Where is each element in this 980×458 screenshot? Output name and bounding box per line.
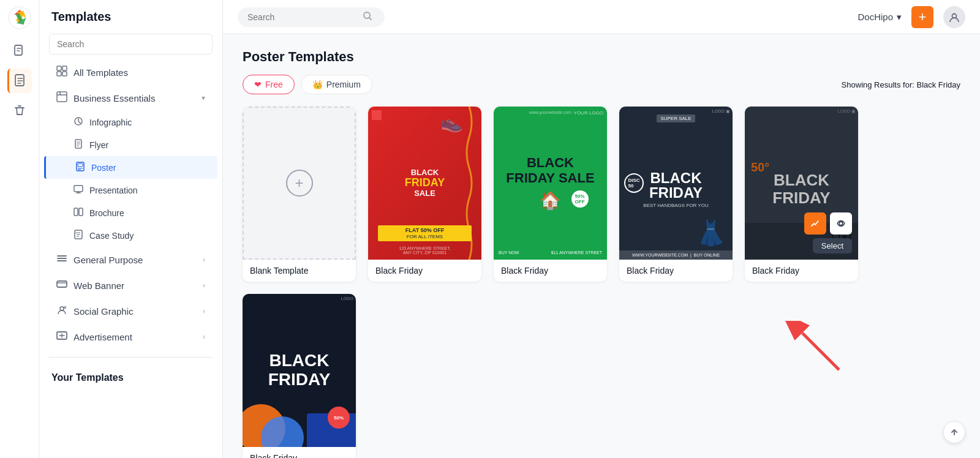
svg-rect-3 bbox=[57, 66, 61, 70]
bf1-address: 123 ANYWHERE STREET,ANY CITY, ZIP 010001 bbox=[368, 246, 481, 255]
presentation-label: Presentation bbox=[89, 186, 138, 195]
template-card-bf5[interactable]: LOGO BLACKFRIDAY 50% Bl bbox=[243, 294, 356, 458]
create-new-button[interactable]: + bbox=[911, 6, 933, 28]
sidebar: Templates All Templates Business Essenti… bbox=[39, 0, 223, 458]
sidebar-search-area bbox=[39, 29, 222, 59]
social-graphic-icon bbox=[56, 304, 67, 318]
bf1-title: BLACKFRIDAYSALE bbox=[400, 168, 450, 198]
overlay-actions-bf4 bbox=[804, 212, 852, 235]
general-purpose-label: General Purpose bbox=[74, 255, 143, 265]
nav-brochure[interactable]: Brochure bbox=[44, 201, 217, 224]
svg-rect-6 bbox=[62, 72, 67, 76]
template-thumb-bf5: LOGO BLACKFRIDAY 50% bbox=[243, 294, 356, 447]
nav-all-templates[interactable]: All Templates bbox=[44, 59, 217, 85]
infographic-label: Infographic bbox=[89, 118, 132, 127]
template-label-bf3: Black Friday bbox=[619, 260, 733, 282]
template-label-bf4: Black Friday bbox=[745, 260, 858, 282]
nav-advertisement[interactable]: Advertisement › bbox=[44, 324, 217, 350]
web-banner-icon bbox=[56, 279, 67, 292]
svg-rect-1 bbox=[15, 45, 22, 55]
infographic-icon bbox=[74, 116, 83, 128]
sidebar-title: Templates bbox=[39, 0, 222, 29]
bf1-offer: FLAT 50% OFFFOR ALL ITEMS bbox=[368, 225, 481, 241]
template-label-bf2: Black Friday bbox=[494, 260, 607, 282]
template-label-blank: Blank Template bbox=[243, 260, 356, 282]
nav-general-purpose[interactable]: General Purpose › bbox=[44, 247, 217, 272]
sidebar-item-trash[interactable] bbox=[7, 98, 32, 122]
your-templates-title: Your Templates bbox=[39, 365, 222, 387]
brochure-icon bbox=[74, 207, 83, 219]
dochipo-label: DocHipo bbox=[858, 12, 893, 22]
main-search-input[interactable] bbox=[247, 12, 358, 22]
user-profile-button[interactable] bbox=[943, 6, 965, 28]
preview-button-bf4[interactable] bbox=[830, 212, 852, 235]
search-bar bbox=[238, 7, 385, 27]
icon-bar bbox=[0, 0, 39, 458]
bf3-footer: WWW.YOURWEBSITE.COM | BUY ONLINE bbox=[619, 250, 733, 260]
filter-free-button[interactable]: ❤ Free bbox=[243, 75, 295, 94]
flyer-label: Flyer bbox=[89, 140, 108, 150]
top-bar-right: DocHipo ▾ + bbox=[858, 6, 965, 28]
all-templates-icon bbox=[56, 66, 67, 79]
sidebar-item-file[interactable] bbox=[7, 69, 32, 93]
top-bar: DocHipo ▾ + bbox=[223, 0, 980, 34]
bf5-badge: 50% bbox=[328, 407, 350, 429]
app-logo[interactable] bbox=[8, 6, 31, 29]
nav-case-study[interactable]: Case Study bbox=[44, 224, 217, 247]
svg-point-18 bbox=[64, 307, 66, 309]
bf3-title: BLACKFRIDAY BEST HANDBAGS FOR YOU bbox=[643, 171, 708, 208]
social-graphic-arrow: › bbox=[203, 307, 205, 315]
template-card-bf4[interactable]: LOGO ▣ BLACKFRIDAY 50° 🛍 bbox=[745, 107, 858, 282]
filter-buttons: ❤ Free 👑 Premium bbox=[243, 75, 372, 94]
web-banner-label: Web Banner bbox=[74, 280, 124, 291]
presentation-icon bbox=[74, 184, 83, 196]
svg-rect-16 bbox=[57, 281, 67, 287]
bf3-supersale: SUPER SALE bbox=[619, 111, 733, 122]
content-area: Poster Templates ❤ Free 👑 Premium Showin… bbox=[223, 34, 980, 458]
svg-rect-2 bbox=[15, 75, 24, 86]
nav-poster[interactable]: Poster bbox=[44, 156, 217, 179]
nav-social-graphic[interactable]: Social Graphic › bbox=[44, 298, 217, 324]
svg-rect-5 bbox=[57, 72, 61, 76]
sidebar-item-document[interactable] bbox=[7, 39, 32, 64]
svg-rect-4 bbox=[62, 66, 67, 70]
nav-web-banner[interactable]: Web Banner › bbox=[44, 272, 217, 298]
poster-icon bbox=[75, 162, 85, 173]
scroll-up-button[interactable] bbox=[943, 421, 965, 443]
advertisement-arrow: › bbox=[203, 332, 205, 341]
template-card-bf2[interactable]: YOUR LOGO www.yourwebsite.com BLACKFRIDA… bbox=[494, 107, 607, 282]
nav-presentation[interactable]: Presentation bbox=[44, 179, 217, 201]
nav-flyer[interactable]: Flyer bbox=[44, 133, 217, 156]
template-card-bf3[interactable]: LOGO ▣ SUPER SALE BLACKFRIDAY BEST HANDB… bbox=[619, 107, 733, 282]
poster-label: Poster bbox=[91, 163, 116, 173]
template-label-bf5: Black Friday bbox=[243, 447, 356, 458]
business-essentials-label: Business Essentials bbox=[74, 93, 155, 103]
template-thumb-blank: + bbox=[243, 107, 356, 260]
filter-premium-label: Premium bbox=[326, 80, 361, 89]
flyer-icon bbox=[74, 139, 83, 151]
select-button-bf4[interactable]: Select bbox=[813, 238, 852, 253]
filter-free-label: Free bbox=[265, 80, 283, 89]
dochipo-brand-button[interactable]: DocHipo ▾ bbox=[858, 12, 902, 23]
nav-infographic[interactable]: Infographic bbox=[44, 111, 217, 133]
top-bar-left bbox=[238, 7, 850, 27]
template-card-blank[interactable]: + Blank Template bbox=[243, 107, 356, 282]
template-thumb-bf3: LOGO ▣ SUPER SALE BLACKFRIDAY BEST HANDB… bbox=[619, 107, 733, 260]
bf2-price: $11 ANYWHERE STREET bbox=[551, 250, 602, 255]
bf2-appliance: 🏠 50%OFF bbox=[506, 190, 594, 211]
template-label-bf1: Black Friday bbox=[368, 260, 481, 282]
customize-button-bf4[interactable] bbox=[804, 212, 826, 235]
nav-business-essentials[interactable]: Business Essentials ▾ bbox=[44, 85, 217, 111]
svg-rect-12 bbox=[74, 186, 83, 192]
bf1-logo-badge bbox=[372, 110, 382, 120]
filter-premium-button[interactable]: 👑 Premium bbox=[301, 75, 372, 94]
bf2-content: BLACKFRIDAY SALE 🏠 50%OFF bbox=[500, 156, 600, 210]
page-title: Poster Templates bbox=[243, 49, 960, 65]
crown-icon: 👑 bbox=[312, 80, 323, 89]
template-thumb-bf4: LOGO ▣ BLACKFRIDAY 50° 🛍 bbox=[745, 107, 858, 260]
web-banner-arrow: › bbox=[203, 281, 205, 290]
sidebar-search-input[interactable] bbox=[49, 34, 213, 54]
template-card-bf1[interactable]: BLACKFRIDAYSALE FLAT 50% OFFFOR ALL ITEM… bbox=[368, 107, 481, 282]
template-thumb-bf1: BLACKFRIDAYSALE FLAT 50% OFFFOR ALL ITEM… bbox=[368, 107, 481, 260]
business-essentials-arrow: ▾ bbox=[202, 94, 205, 102]
